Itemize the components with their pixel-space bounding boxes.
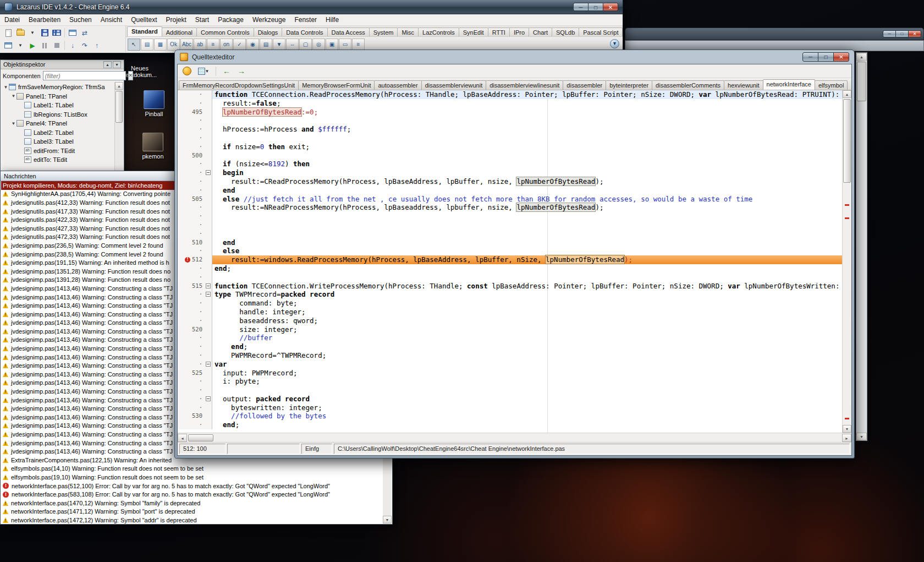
gutter-cell[interactable]: · xyxy=(178,273,205,282)
button-component[interactable]: Ok xyxy=(167,39,180,51)
fold-minus-icon[interactable] xyxy=(206,283,211,288)
message-row[interactable]: elfsymbols.pas(14,10) Warning: Function … xyxy=(1,465,383,473)
minimize-button[interactable]: ─ xyxy=(573,3,588,11)
code-line-516[interactable]: ·type TWPMrecord=packed record xyxy=(178,290,851,299)
radiobutton-component[interactable]: ◉ xyxy=(246,39,259,51)
clear-filter-icon[interactable]: ✕ xyxy=(128,71,134,80)
palette-tab-ipro[interactable]: IPro xyxy=(509,28,529,36)
scrollbar-component[interactable]: ⇔ xyxy=(286,39,299,51)
pause-button[interactable] xyxy=(38,40,51,51)
radiogroup-component[interactable]: ◎ xyxy=(312,39,325,51)
palette-tab-additional[interactable]: Additional xyxy=(162,28,197,36)
code-line-506[interactable]: · result:=NReadProcessMemory(hProcess, l… xyxy=(178,203,851,212)
background-close-button[interactable]: ✕ xyxy=(908,30,921,37)
collapse-icon[interactable]: ▲ xyxy=(103,61,112,68)
code-line-514[interactable]: · xyxy=(178,273,851,282)
fold-minus-icon[interactable] xyxy=(206,292,211,297)
navigate-forward-button[interactable]: → xyxy=(235,66,248,77)
open-button[interactable] xyxy=(14,27,26,39)
gutter-cell[interactable]: · xyxy=(178,125,205,134)
scroll-down-icon[interactable]: ▼ xyxy=(383,516,392,523)
menu-quelltext[interactable]: Quelltext xyxy=(127,14,161,25)
save-button[interactable] xyxy=(38,27,51,39)
code-line-499[interactable]: · if nsize=0 then exit; xyxy=(178,143,851,151)
step-into-button[interactable]: ↓ xyxy=(67,40,79,51)
gutter-cell[interactable]: · xyxy=(178,168,205,177)
gutter-cell[interactable]: · xyxy=(178,421,205,429)
code-line-526[interactable]: · i: pbyte; xyxy=(178,377,851,386)
palette-tab-synedit[interactable]: SynEdit xyxy=(459,28,488,36)
scroll-up-icon[interactable]: ▲ xyxy=(115,82,123,90)
stop-button[interactable] xyxy=(51,40,63,51)
code-line-496[interactable]: · xyxy=(178,116,851,125)
gutter-cell[interactable]: 530 xyxy=(178,412,205,421)
gutter-cell[interactable]: · xyxy=(178,290,205,299)
code-line-521[interactable]: · //buffer xyxy=(178,334,851,342)
editor-tab-disassembler[interactable]: disassembler xyxy=(563,80,606,90)
background-minimize-button[interactable]: ─ xyxy=(883,30,896,37)
editor-tab-disassemblerComments[interactable]: disassemblerComments xyxy=(652,80,724,90)
code-line-497[interactable]: · hProcess:=hProcess and $ffffff; xyxy=(178,125,851,134)
menu-suchen[interactable]: Suchen xyxy=(65,14,96,25)
code-line-507[interactable]: · xyxy=(178,212,851,221)
gutter-cell[interactable]: · xyxy=(178,395,205,403)
checkbox-component[interactable]: ✓ xyxy=(233,39,246,51)
code-line-525[interactable]: 525 input: PWPMrecord; xyxy=(178,369,851,378)
code-line-523[interactable]: · PWPMRecord=^TWPMRecord; xyxy=(178,351,851,360)
tree-item-frmSaveMemoryRegion[interactable]: ▼frmSaveMemoryRegion: TfrmSa xyxy=(1,83,124,92)
toggle-form-unit-button[interactable]: ⇄ xyxy=(79,27,91,39)
editor-tab-FrmMemoryRecordDropdownSettingsUnit[interactable]: FrmMemoryRecordDropdownSettingsUnit xyxy=(179,80,299,90)
code-line-517[interactable]: · command: byte; xyxy=(178,299,851,308)
gutter-cell[interactable]: · xyxy=(178,299,205,308)
editor-tab-elfsymbol[interactable]: elfsymbol xyxy=(815,80,848,90)
code-line-510[interactable]: 510 end xyxy=(178,238,851,247)
step-out-button[interactable]: ↑ xyxy=(91,40,103,51)
scroll-up-icon[interactable]: ▲ xyxy=(856,53,867,61)
gutter-cell[interactable]: · xyxy=(178,177,205,186)
palette-more-button[interactable]: ▼ xyxy=(610,39,619,48)
fold-minus-icon[interactable] xyxy=(206,362,211,367)
palette-tab-data-access[interactable]: Data Access xyxy=(327,28,370,36)
gutter-cell[interactable]: · xyxy=(178,334,205,342)
editor-tab-disassemblerviewunit[interactable]: disassemblerviewunit xyxy=(421,80,487,90)
palette-tab-standard[interactable]: Standard xyxy=(127,26,162,36)
editor-vertical-scrollbar[interactable]: ▲ ▼ xyxy=(842,90,851,433)
gutter-cell[interactable]: · xyxy=(178,351,205,360)
checkgroup-component[interactable]: ▣ xyxy=(326,39,338,51)
palette-tab-chart[interactable]: Chart xyxy=(529,28,552,36)
gutter-cell[interactable]: 505 xyxy=(178,195,205,204)
ide-titlebar[interactable]: Lazarus IDE v1.4.2 - Cheat Engine 6.4 ─ … xyxy=(0,0,623,14)
run-dropdown[interactable]: ▼ xyxy=(14,40,26,51)
gutter-cell[interactable]: !512 xyxy=(178,255,205,264)
gutter-cell[interactable]: 495 xyxy=(178,108,205,117)
tree-item-Label2[interactable]: Label2: TLabel xyxy=(1,128,124,138)
palette-tab-pascal-script[interactable]: Pascal Script xyxy=(579,28,623,36)
cursor-tool[interactable]: ↖ xyxy=(128,39,140,51)
label-component[interactable]: Abc xyxy=(180,39,193,51)
code-line-528[interactable]: · output: packed record xyxy=(178,395,851,403)
tree-item-Panel1[interactable]: ▼Panel1: TPanel xyxy=(1,92,124,101)
fold-minus-icon[interactable] xyxy=(206,396,211,401)
gutter-cell[interactable]: · xyxy=(178,264,205,273)
background-window-titlebar[interactable]: ─ □ ✕ xyxy=(625,28,924,40)
gutter-cell[interactable]: 515 xyxy=(178,282,205,291)
gutter-cell[interactable]: · xyxy=(178,247,205,255)
combobox-component[interactable]: ▼ xyxy=(273,39,285,51)
menu-ansicht[interactable]: Ansicht xyxy=(96,14,127,25)
listbox-component[interactable]: ▤ xyxy=(260,39,272,51)
message-row[interactable]: elfsymbols.pas(19,10) Warning: Function … xyxy=(1,473,383,482)
palette-tab-dialogs[interactable]: Dialogs xyxy=(254,28,283,36)
close-button[interactable]: ✕ xyxy=(833,52,849,62)
editor-tab-byteinterpreter[interactable]: byteinterpreter xyxy=(606,80,652,90)
code-editor[interactable]: ·function TCEConnection.ReadProcessMemor… xyxy=(178,90,851,433)
palette-tab-sqldb[interactable]: SQLdb xyxy=(552,28,579,36)
minimize-button[interactable]: ─ xyxy=(802,52,818,62)
code-line-493[interactable]: ·function TCEConnection.ReadProcessMemor… xyxy=(178,90,851,99)
code-line-512[interactable]: !512 result:=windows.ReadProcessMemory(h… xyxy=(178,255,851,264)
scroll-down-icon[interactable]: ▼ xyxy=(843,425,851,433)
memo-component[interactable]: ≡ xyxy=(207,39,219,51)
palette-tab-system[interactable]: System xyxy=(369,28,398,36)
gutter-cell[interactable]: · xyxy=(178,377,205,386)
scroll-up-icon[interactable]: ▲ xyxy=(843,90,851,98)
run-button[interactable]: ▶ xyxy=(26,40,38,51)
